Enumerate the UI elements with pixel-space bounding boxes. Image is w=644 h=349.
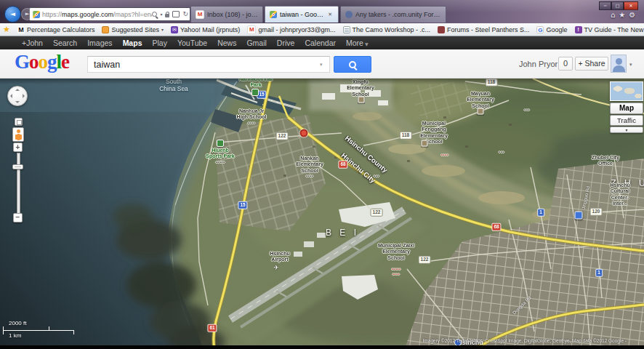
zoom-out-button[interactable]: − — [13, 213, 23, 222]
gbar-item-news[interactable]: News — [217, 39, 236, 47]
tv-icon — [575, 26, 582, 33]
suggested-sites-icon — [102, 26, 109, 33]
map-canvas[interactable]: South China SeaNanliaobinhai ParkNanhua … — [0, 79, 644, 349]
tab-title: Any takers - .com.unity Forums — [355, 11, 441, 18]
url-text: https://maps.google.com/maps?hl=en&tab=m… — [42, 11, 152, 18]
google-nav-bar: +JohnSearchImagesMapsPlayYouTubeNewsGmai… — [0, 36, 644, 49]
zoom-in-button[interactable]: + — [13, 143, 23, 152]
pan-control[interactable] — [7, 86, 28, 106]
traffic-button[interactable]: Traffic — [610, 115, 643, 126]
gbar-item-drive[interactable]: Drive — [277, 39, 295, 47]
search-history-caret-icon[interactable]: ▾ — [320, 62, 323, 68]
site-favicon-maps-icon — [33, 11, 40, 18]
desktop-edge — [0, 345, 644, 349]
bookmark-item[interactable]: TV Guide - The New Zeala... — [575, 26, 644, 33]
bookmarks-bar: ★ Percentage CalculatorsSuggested Sites▾… — [0, 23, 644, 36]
bookmark-label: Forums - Steel Panthers S... — [447, 26, 530, 33]
window-controls: ─ □ ✕ — [599, 1, 638, 10]
bookmark-item[interactable]: Forums - Steel Panthers S... — [438, 26, 530, 33]
gbar-item-john[interactable]: +John — [22, 39, 43, 47]
browser-tab[interactable]: taiwan - Google Maps✕ — [265, 6, 339, 23]
gmail-icon — [247, 25, 256, 34]
search-icon[interactable] — [152, 12, 157, 17]
map-type-button[interactable]: Map — [610, 103, 643, 114]
gbar-item-images[interactable]: Images — [87, 39, 112, 47]
search-input[interactable] — [87, 56, 330, 73]
browser-tab[interactable]: Any takers - .com.unity Forums — [340, 6, 446, 23]
bookmark-item[interactable]: gmail - johnpryor33@gm... — [247, 25, 335, 34]
bookmark-label: gmail - johnpryor33@gm... — [258, 26, 335, 33]
bookmark-label: TV Guide - The New Zeala... — [584, 26, 644, 33]
gmail-icon — [196, 10, 204, 19]
google-logo: Google — [15, 51, 69, 73]
close-button[interactable]: ✕ — [624, 1, 638, 10]
google-icon — [536, 26, 544, 33]
notifications-button[interactable]: 0 — [558, 57, 573, 71]
lock-icon — [165, 14, 169, 17]
layers-caret-icon[interactable]: ▾ — [610, 127, 643, 133]
overview-map-thumbnail[interactable] — [610, 81, 643, 101]
bookmark-label: Yahoo! Mail (jrpnuts) — [180, 26, 240, 33]
minimize-button[interactable]: ─ — [599, 1, 611, 10]
page-icon — [343, 26, 350, 33]
address-bar-icons: ▾ ↻ — [152, 11, 188, 17]
address-bar[interactable]: https://maps.google.com/maps?hl=en&tab=m… — [29, 7, 190, 21]
gbar-item-gmail[interactable]: Gmail — [246, 39, 266, 47]
pan-right-icon[interactable] — [23, 94, 25, 98]
search-header: Google ▾ John Pryor 0 + Share ▾ — [0, 49, 644, 79]
bookmark-item[interactable]: The Camo Workshop - .c... — [343, 26, 430, 33]
gbar-item-search[interactable]: Search — [53, 39, 77, 47]
forward-button[interactable]: ► — [21, 8, 33, 20]
gbar-item-play[interactable]: Play — [152, 39, 166, 47]
avatar[interactable] — [611, 55, 627, 73]
compatibility-view-icon[interactable] — [172, 11, 180, 17]
favorites-star-icon[interactable]: ★ — [619, 11, 625, 19]
math-icon — [17, 26, 25, 33]
account-caret-icon[interactable]: ▾ — [629, 62, 632, 68]
bookmark-item[interactable]: Suggested Sites▾ — [102, 26, 164, 33]
bookmark-label: The Camo Workshop - .c... — [353, 26, 430, 33]
scale-metric: 1 km — [9, 332, 21, 339]
back-button[interactable]: ◄ — [4, 6, 21, 23]
pegman-street-view[interactable] — [12, 127, 24, 142]
ie-toolbar-icons: ⌂ ★ ⚙ — [611, 11, 635, 19]
add-favorite-star-icon[interactable]: ★ — [3, 25, 10, 34]
gbar-item-maps[interactable]: Maps — [123, 39, 142, 47]
gbar-item-more[interactable]: More▼ — [346, 39, 369, 47]
bookmark-item[interactable]: Google — [536, 26, 567, 33]
refresh-icon[interactable]: ↻ — [182, 11, 188, 17]
screen: ◄ ► https://maps.google.com/maps?hl=en&t… — [0, 0, 644, 349]
caret-down-icon[interactable]: ▾ — [160, 12, 162, 17]
pan-left-icon[interactable] — [10, 94, 12, 98]
settings-gear-icon[interactable]: ⚙ — [629, 11, 635, 19]
tab-strip: Inbox (108) - johnpryor33@gm...taiwan - … — [190, 6, 446, 23]
maps-icon — [270, 11, 277, 18]
gbar-item-youtube[interactable]: YouTube — [177, 39, 207, 47]
share-button[interactable]: + Share — [575, 57, 608, 71]
magnifier-icon — [349, 61, 356, 68]
map-attribution: Imagery ©2012 TerraMetrics, Cnes/Spot Im… — [423, 338, 627, 343]
tab-title: Inbox (108) - johnpryor33@gm... — [207, 11, 258, 18]
bookmark-item[interactable]: Yahoo! Mail (jrpnuts) — [171, 26, 240, 33]
zoom-slider-handle[interactable] — [12, 164, 23, 169]
bookmark-label: Percentage Calculators — [27, 26, 95, 33]
bookmark-label: Suggested Sites — [111, 26, 159, 33]
zoom-slider-track[interactable] — [17, 153, 20, 214]
gbar-item-calendar[interactable]: Calendar — [305, 39, 336, 47]
bookmark-item[interactable]: Percentage Calculators — [17, 26, 95, 33]
browser-titlebar: ◄ ► https://maps.google.com/maps?hl=en&t… — [0, 0, 644, 23]
caret-down-icon: ▼ — [365, 41, 369, 47]
user-name: John Pryor — [519, 60, 554, 68]
home-icon[interactable]: ⌂ — [611, 11, 615, 19]
search-button[interactable] — [334, 56, 371, 73]
bookmark-label: Google — [546, 26, 567, 33]
tab-close-icon[interactable]: ✕ — [326, 11, 334, 18]
maximize-button[interactable]: □ — [611, 1, 624, 10]
caret-down-icon: ▾ — [161, 27, 164, 32]
pan-up-icon[interactable] — [15, 89, 20, 91]
reset-view-button[interactable] — [15, 118, 23, 126]
browser-tab[interactable]: Inbox (108) - johnpryor33@gm... — [190, 6, 263, 23]
satellite-imagery — [0, 79, 644, 349]
pan-down-icon[interactable] — [15, 101, 20, 103]
scale-imperial: 2000 ft — [9, 320, 26, 326]
